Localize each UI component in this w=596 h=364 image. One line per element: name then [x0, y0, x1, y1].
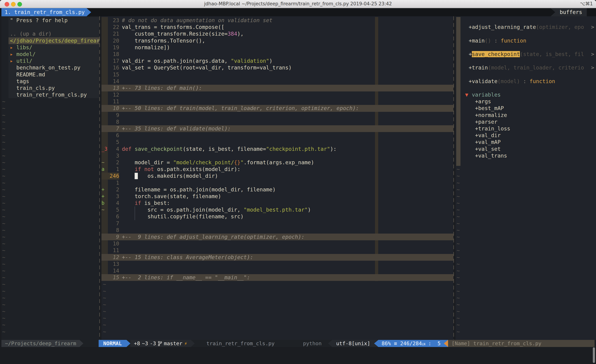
line-number: 17	[108, 58, 119, 64]
code-token: )	[308, 207, 311, 213]
code-line[interactable]: 23 # do not do data augmentation on vali…	[101, 17, 453, 24]
gutter-gap	[119, 200, 122, 206]
code-line[interactable]: 10	[101, 240, 453, 247]
tagbar-variable-item[interactable]: +args	[455, 98, 596, 105]
tagbar-variable-item[interactable]: +val_mAP	[455, 139, 596, 146]
code-line[interactable]: 14	[101, 78, 453, 85]
tab-active[interactable]: 1. train_retr_from_cls.py	[1, 8, 87, 16]
code-line[interactable]: 14	[101, 267, 453, 274]
code-line[interactable]: 7	[101, 220, 453, 227]
code-line[interactable]: 22 val_trans = transforms.Compose([	[101, 24, 453, 30]
tagbar-scope-variables[interactable]: ▼variables	[455, 91, 596, 98]
code-line[interactable]: 17 val_dir = os.path.join(args.data, "va…	[101, 58, 453, 64]
tagbar-variable-item[interactable]: +best_mAP	[455, 105, 596, 112]
code-line[interactable]: 19 normalize])	[101, 44, 453, 51]
code-line[interactable]: 9 +-- 9 lines: def adjust_learning_rate(…	[101, 233, 453, 240]
tree-item-updir[interactable]: .. (up a dir)	[8, 30, 99, 37]
line-number: 4	[108, 200, 119, 206]
code-line[interactable]: b4 if is_best:	[101, 200, 453, 206]
tagbar-variable-item[interactable]: +parser	[455, 119, 596, 125]
sign-column	[101, 85, 108, 91]
code-line[interactable]: 6	[101, 132, 453, 139]
powerline-arrow-left-icon	[328, 340, 332, 347]
code-line[interactable]: 1	[101, 180, 453, 186]
chevron-right-icon: ▸	[10, 58, 16, 64]
code-line[interactable]: 11	[101, 247, 453, 254]
code-line[interactable]: 10 +-- 50 lines: def train(model, train_…	[101, 105, 453, 112]
code-line[interactable]: 16 val_set = QuerySet(root=val_dir, tran…	[101, 64, 453, 71]
code-line[interactable]: +2 filename = os.path.join(model_dir, fi…	[101, 186, 453, 193]
tree-item-dir[interactable]: ▸ util/	[8, 58, 99, 64]
code-line[interactable]: 8	[101, 119, 453, 125]
window-separator-right[interactable]	[453, 16, 454, 340]
tree-item-dir[interactable]: ▸ model/	[8, 51, 99, 58]
tagbar-tag-item[interactable]: +validate(model) : function	[455, 78, 596, 85]
tagbar-empty-line: ~	[455, 321, 596, 328]
code-line[interactable]: 11	[101, 98, 453, 105]
code-line[interactable]: 13 +-- 73 lines: def main():	[101, 85, 453, 91]
window-separator-left[interactable]	[99, 16, 100, 340]
tree-item-dir[interactable]: ▸ libs/	[8, 44, 99, 51]
gutter-gap	[119, 30, 122, 37]
powerline-arrow-left-icon	[374, 340, 378, 347]
code-line[interactable]: 12 +-- 15 lines: class AverageMeter(obje…	[101, 254, 453, 261]
powerline-arrow-icon	[80, 340, 83, 347]
code-line[interactable]: _34 def save_checkpoint(state, is_best, …	[101, 146, 453, 153]
code-line[interactable]: 18	[101, 51, 453, 58]
code-line[interactable]: 5	[101, 139, 453, 146]
code-token: {}	[234, 159, 240, 166]
code-line[interactable]: 246 os.makedirs(model_dir)	[101, 173, 453, 179]
code-line[interactable]: 21 custom_transform.Resize(size=384),	[101, 30, 453, 37]
code-line[interactable]: ~2 model_dir = "model/check_point/{}".fo…	[101, 159, 453, 166]
code-line[interactable]: ~5 src = os.path.join(model_dir, "model_…	[101, 206, 453, 213]
tree-item-file[interactable]: train_retr_from_cls.py	[8, 91, 99, 98]
tree-item-file[interactable]: benchmark_on_test.py	[8, 64, 99, 71]
empty-line-tilde: ~	[457, 186, 460, 193]
buffers-label[interactable]: buffers	[555, 8, 587, 16]
code-token: "	[240, 159, 244, 166]
code-line[interactable]: 3	[101, 153, 453, 159]
line-number: 14	[108, 78, 119, 85]
code-line[interactable]: 6 shutil.copyfile(filename, src)	[101, 213, 453, 220]
tree-item-root[interactable]: </jdhao/Projects/deep_firear>	[8, 37, 99, 44]
empty-line-tilde: ~	[1, 321, 99, 328]
line-number: 1	[108, 166, 119, 173]
empty-line-tilde: ~	[1, 227, 99, 233]
tagbar-variable-item[interactable]: +val_set	[455, 146, 596, 153]
tree-item-file[interactable]: tags	[8, 78, 99, 85]
code-token: ),	[237, 31, 244, 37]
code-line[interactable]: 15	[101, 71, 453, 78]
tagbar-tag-item[interactable]: +adjust_learning_rate(optimizer, epo>	[455, 24, 596, 30]
line-number: 15	[108, 274, 119, 281]
sign-column	[101, 125, 108, 132]
tagbar-tag-item[interactable]: +main() : function	[455, 37, 596, 44]
tagbar-variable-item[interactable]: +val_dir	[455, 132, 596, 139]
code-window[interactable]: 23 # do not do data augmentation on vali…	[101, 16, 453, 340]
code-line[interactable]: a1 if not os.path.exists(model_dir):	[101, 166, 453, 173]
code-line[interactable]: 12	[101, 91, 453, 98]
empty-line-tilde: ~	[457, 281, 460, 288]
tagbar-empty-line: ~	[455, 274, 596, 281]
scrollbar-thumb[interactable]	[593, 347, 595, 363]
tagbar-tag-item[interactable]: +train(model, train_loader, criterio>	[455, 64, 596, 71]
tree-item-file[interactable]: train_cls.py	[8, 85, 99, 91]
code-line[interactable]: 7 +-- 35 lines: def validate(model):	[101, 125, 453, 132]
code-line[interactable]: +3 torch.save(state, filename)	[101, 193, 453, 200]
code-line[interactable]: 9	[101, 112, 453, 119]
tagbar-variable-item[interactable]: +val_trans	[455, 153, 596, 159]
code-token: transforms.ToTensor(),	[122, 37, 205, 44]
line-number: 20	[108, 37, 119, 44]
tagbar-tag-item[interactable]: +save_checkpoint(state, is_best, fil>	[455, 51, 596, 58]
code-line[interactable]: 13	[101, 261, 453, 267]
code-line[interactable]: 15 +-- 2 lines: if __name__ == "__main__…	[101, 274, 453, 281]
code-line[interactable]: 20 transforms.ToTensor(),	[101, 37, 453, 44]
code-line[interactable]: 8	[101, 227, 453, 233]
tagbar-variable-item[interactable]: +train_loss	[455, 125, 596, 132]
overflow-indicator: >	[591, 64, 594, 71]
line-number: 5	[108, 206, 119, 213]
empty-line-tilde: ~	[1, 288, 99, 295]
indent-guide-line	[135, 213, 135, 220]
tree-item-file[interactable]: README.md	[8, 71, 99, 78]
sign-column: _3	[101, 146, 108, 153]
tagbar-variable-item[interactable]: +normalize	[455, 112, 596, 119]
